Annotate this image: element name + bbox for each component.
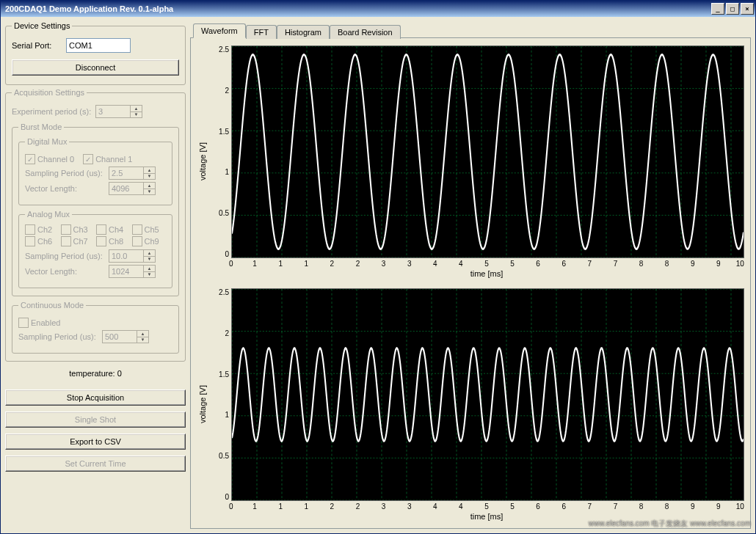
maximize-button[interactable]: □ <box>726 3 739 15</box>
tabbar: WaveformFFTHistogramBoard Revision <box>190 21 751 37</box>
dmux-vector-label: Vector Length: <box>25 184 106 193</box>
tick-label: 1 <box>268 260 294 268</box>
tick-label: 0.5 <box>208 209 229 217</box>
app-window: 200CDAQ1 Demo Application Rev. 0.1-alpha… <box>0 0 756 534</box>
continuous-enabled-label: Enabled <box>31 318 60 327</box>
analog-mux-ch7-checkbox: Ch7 <box>61 236 90 246</box>
amux-sampling-spinner: ▲▼ <box>109 249 156 263</box>
stop-acquisition-button[interactable]: Stop Acquisition <box>5 389 186 406</box>
channel0-checkbox: ✓Channel 0 <box>25 154 74 164</box>
acquisition-settings-legend: Acquisition Settings <box>12 88 87 97</box>
export-csv-button[interactable]: Export to CSV <box>5 434 186 450</box>
device-settings-legend: Device Settings <box>12 21 72 30</box>
experiment-period-label: Experiment period (s): <box>12 107 92 116</box>
tick-label: 9 <box>705 502 731 511</box>
burst-mode-legend: Burst Mode <box>18 122 64 131</box>
minimize-button[interactable]: _ <box>711 3 724 15</box>
tick-label: 6 <box>526 502 551 511</box>
tick-label: 9 <box>705 260 731 268</box>
tab-histogram[interactable]: Histogram <box>277 25 330 39</box>
tick-label: 9 <box>680 502 705 511</box>
analog-mux-label: Ch4 <box>109 225 123 234</box>
tick-label: 8 <box>628 502 654 511</box>
tick-label: 7 <box>577 260 603 268</box>
tab-content-waveform: voltage [V] 2.521.510.50 011122334455667… <box>190 37 751 529</box>
channel0-label: Channel 0 <box>37 155 74 164</box>
left-panel: Device Settings Serial Port: Disconnect … <box>5 21 186 529</box>
analog-mux-label: Ch7 <box>73 237 88 246</box>
cont-sampling-spinner: ▲▼ <box>102 330 149 343</box>
tick-label: 9 <box>680 260 705 268</box>
tick-label: 6 <box>551 260 577 268</box>
analog-mux-label: Ch9 <box>145 237 159 246</box>
amux-sampling-label: Sampling Period (us): <box>25 252 106 260</box>
analog-mux-label: Ch2 <box>37 225 52 234</box>
disconnect-button[interactable]: Disconnect <box>12 59 179 76</box>
set-current-time-button: Set Current Time <box>5 456 186 472</box>
analog-mux-ch9-checkbox: Ch9 <box>132 236 161 246</box>
analog-mux-label: Ch3 <box>73 225 88 234</box>
tick-label: 0 <box>229 502 242 511</box>
tick-label: 0 <box>208 493 229 501</box>
tick-label: 8 <box>654 502 680 511</box>
tick-label: 5 <box>473 260 499 268</box>
tick-label: 2 <box>208 329 229 337</box>
tick-label: 6 <box>526 260 551 268</box>
digital-mux-legend: Digital Mux <box>25 137 69 146</box>
tick-label: 1.5 <box>208 128 229 136</box>
tick-label: 2 <box>319 502 345 511</box>
amux-vector-spinner: ▲▼ <box>109 265 156 278</box>
tick-label: 1 <box>268 502 294 511</box>
analog-mux-legend: Analog Mux <box>25 210 72 219</box>
window-title: 200CDAQ1 Demo Application Rev. 0.1-alpha <box>5 4 710 13</box>
tick-label: 3 <box>371 260 396 268</box>
analog-mux-label: Ch6 <box>37 237 52 246</box>
amux-vector-input <box>109 265 143 278</box>
amux-sampling-input <box>109 249 143 263</box>
amux-vector-label: Vector Length: <box>25 267 106 276</box>
tick-label: 2 <box>345 502 371 511</box>
tick-label: 2.5 <box>208 288 229 296</box>
tick-label: 6 <box>551 502 577 511</box>
temperature-readout: temperature: 0 <box>5 369 186 378</box>
serial-port-input[interactable] <box>66 38 131 53</box>
burst-mode-group: Burst Mode Digital Mux ✓Channel 0 ✓Chann… <box>12 122 179 296</box>
plot-bottom-xlabel: time [ms] <box>208 512 744 521</box>
dmux-vector-input <box>109 182 143 195</box>
tick-label: 4 <box>422 502 448 511</box>
tick-label: 8 <box>628 260 654 268</box>
analog-mux-label: Ch8 <box>109 237 123 246</box>
tab-waveform[interactable]: Waveform <box>193 23 246 38</box>
tab-fft[interactable]: FFT <box>246 25 277 39</box>
tick-label: 1 <box>208 168 229 176</box>
dmux-vector-spinner: ▲▼ <box>109 182 156 195</box>
tick-label: 5 <box>499 260 525 268</box>
experiment-period-input <box>95 105 130 118</box>
tick-label: 1 <box>208 411 229 419</box>
tick-label: 5 <box>499 502 525 511</box>
tick-label: 3 <box>371 502 396 511</box>
tick-label: 0.5 <box>208 452 229 460</box>
tick-label: 1 <box>242 502 268 511</box>
tick-label: 1 <box>294 260 319 268</box>
analog-mux-ch3-checkbox: Ch3 <box>61 224 90 235</box>
close-button[interactable]: × <box>741 3 754 15</box>
plot-bottom: voltage [V] 2.521.510.50 011122334455667… <box>197 288 744 521</box>
tick-label: 7 <box>577 502 603 511</box>
tick-label: 3 <box>396 502 422 511</box>
device-settings-group: Device Settings Serial Port: Disconnect <box>5 21 186 85</box>
single-shot-button: Single Shot <box>5 412 186 428</box>
tab-board-revision[interactable]: Board Revision <box>330 25 401 39</box>
analog-mux-ch6-checkbox: Ch6 <box>25 236 54 246</box>
analog-mux-ch4-checkbox: Ch4 <box>96 224 125 235</box>
analog-mux-group: Analog Mux Ch2Ch3Ch4Ch5Ch6Ch7Ch8Ch9 Samp… <box>18 210 172 288</box>
tick-label: 4 <box>448 502 473 511</box>
continuous-enabled-checkbox: Enabled <box>18 318 60 328</box>
dmux-sampling-label: Sampling Period (us): <box>25 169 106 178</box>
tick-label: 7 <box>603 260 628 268</box>
plot-top-ylabel: voltage [V] <box>197 45 208 278</box>
serial-port-label: Serial Port: <box>12 41 63 50</box>
acquisition-settings-group: Acquisition Settings Experiment period (… <box>5 88 186 362</box>
tick-label: 1 <box>242 260 268 268</box>
analog-mux-label: Ch5 <box>145 225 159 234</box>
